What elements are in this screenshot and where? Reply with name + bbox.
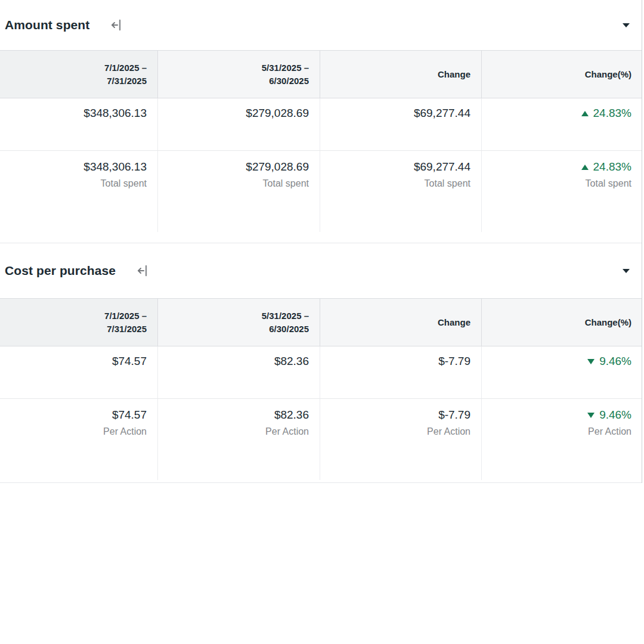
column-header-period-previous: 5/31/2025 – 6/30/2025 xyxy=(157,51,320,98)
column-header-period-previous: 5/31/2025 – 6/30/2025 xyxy=(157,299,320,346)
column-header-change-pct: Change(%) xyxy=(481,51,642,98)
value-sublabel: Per Action xyxy=(320,426,470,437)
metric-title: Amount spent xyxy=(5,18,89,32)
value-cell: $82.36 xyxy=(157,346,320,398)
value-cell: $-7.79 Per Action xyxy=(320,399,481,480)
triangle-up-icon xyxy=(581,111,589,116)
value-sublabel: Total spent xyxy=(482,178,631,189)
pin-column-icon[interactable] xyxy=(110,18,124,32)
value-cell: $82.36 Per Action xyxy=(157,399,320,480)
metric-card-cost-per-purchase: Cost per purchase 7/1/2025 – 7/31/2025 5… xyxy=(0,243,642,483)
value-cell: $69,277.44 xyxy=(320,98,481,150)
change-pct-value: 24.83% xyxy=(593,160,631,174)
value-cell: $69,277.44 Total spent xyxy=(320,151,481,232)
value-sublabel: Total spent xyxy=(320,178,470,189)
chevron-down-icon[interactable] xyxy=(623,23,630,27)
table-row: $348,306.13 $279,028.69 $69,277.44 24.83… xyxy=(0,98,642,151)
change-pct-value: 24.83% xyxy=(593,107,631,120)
chevron-down-icon[interactable] xyxy=(623,269,630,273)
table-row: $348,306.13 Total spent $279,028.69 Tota… xyxy=(0,151,642,232)
column-header-period-current: 7/1/2025 – 7/31/2025 xyxy=(0,299,157,346)
value-sublabel: Total spent xyxy=(0,178,147,189)
metric-card-amount-spent: Amount spent 7/1/2025 – 7/31/2025 5/31/2… xyxy=(0,0,642,243)
table-header-row: 7/1/2025 – 7/31/2025 5/31/2025 – 6/30/20… xyxy=(0,50,642,98)
value-cell: $-7.79 xyxy=(320,346,481,398)
change-pct-cell: 24.83% Total spent xyxy=(481,151,642,232)
value-cell: $74.57 Per Action xyxy=(0,399,157,480)
change-pct-cell: 24.83% xyxy=(481,98,642,150)
value-sublabel: Per Action xyxy=(482,426,631,437)
triangle-down-icon xyxy=(587,413,595,418)
table-row: $74.57 $82.36 $-7.79 9.46% xyxy=(0,346,642,399)
column-header-change: Change xyxy=(320,51,481,98)
column-header-period-current: 7/1/2025 – 7/31/2025 xyxy=(0,51,157,98)
metrics-comparison-panel: Amount spent 7/1/2025 – 7/31/2025 5/31/2… xyxy=(0,0,642,483)
change-pct-cell: 9.46% Per Action xyxy=(481,399,642,480)
value-sublabel: Per Action xyxy=(158,426,309,437)
card-header: Cost per purchase xyxy=(0,243,642,298)
change-pct-cell: 9.46% xyxy=(481,346,642,398)
pin-column-icon[interactable] xyxy=(136,264,150,278)
column-header-change: Change xyxy=(320,299,481,346)
value-cell: $279,028.69 Total spent xyxy=(157,151,320,232)
change-pct-value: 9.46% xyxy=(599,355,631,368)
table-row: $74.57 Per Action $82.36 Per Action $-7.… xyxy=(0,399,642,480)
value-sublabel: Total spent xyxy=(158,178,309,189)
value-cell: $74.57 xyxy=(0,346,157,398)
column-header-change-pct: Change(%) xyxy=(481,299,642,346)
value-sublabel: Per Action xyxy=(0,426,147,437)
card-header: Amount spent xyxy=(0,0,642,50)
value-cell: $279,028.69 xyxy=(157,98,320,150)
value-cell: $348,306.13 Total spent xyxy=(0,151,157,232)
metric-title: Cost per purchase xyxy=(5,264,116,278)
triangle-down-icon xyxy=(587,359,595,364)
table-header-row: 7/1/2025 – 7/31/2025 5/31/2025 – 6/30/20… xyxy=(0,298,642,346)
triangle-up-icon xyxy=(581,165,589,170)
change-pct-value: 9.46% xyxy=(599,408,631,422)
value-cell: $348,306.13 xyxy=(0,98,157,150)
